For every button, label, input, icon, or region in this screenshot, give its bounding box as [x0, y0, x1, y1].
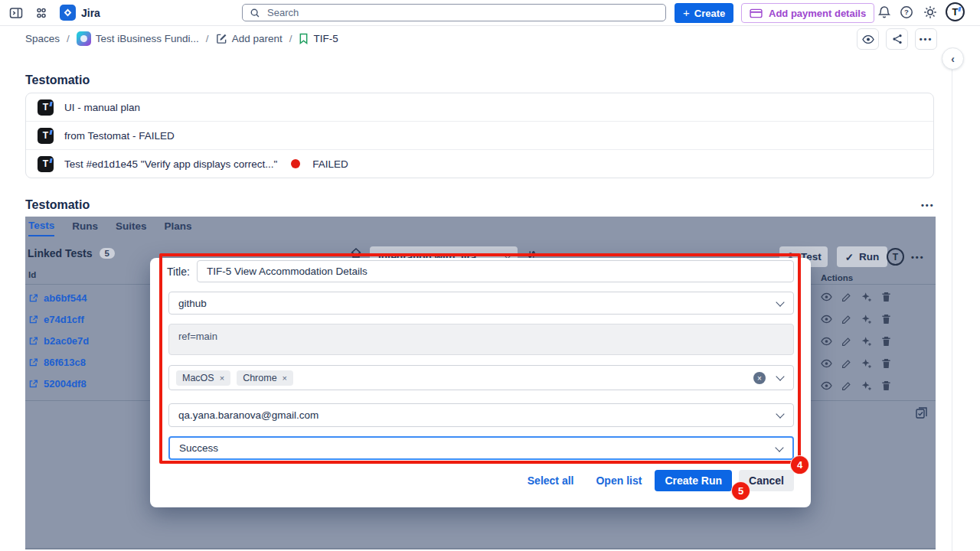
testomatio-links-card: T UI - manual plan T from Testomat - FAI…: [25, 93, 934, 178]
widget-more-button[interactable]: •••: [921, 201, 935, 210]
report-checklist-icon[interactable]: [915, 406, 928, 419]
chevron-down-icon: [776, 298, 784, 306]
jira-logo-icon: [60, 5, 76, 21]
assignee-select[interactable]: qa.yana.baranova@gmail.com: [168, 403, 794, 427]
tab-suites[interactable]: Suites: [116, 220, 147, 236]
app-name: Jira: [81, 7, 100, 19]
edit-pencil-icon[interactable]: [841, 336, 852, 347]
ai-sparkles-icon[interactable]: [861, 358, 872, 369]
delete-trash-icon[interactable]: [880, 358, 892, 369]
breadcrumb-separator: /: [206, 33, 209, 44]
add-payment-details-button[interactable]: Add payment details: [741, 3, 874, 23]
testomatio-icon: T: [38, 99, 54, 116]
chevron-down-icon: [775, 443, 783, 452]
edit-pencil-icon[interactable]: [841, 358, 852, 369]
toolbar-more-button[interactable]: •••: [911, 253, 925, 262]
breadcrumb-row: Spaces / Test iBusiness Fundi... / Add p…: [0, 25, 980, 51]
settings-gear-icon[interactable]: [923, 5, 937, 19]
edit-pencil-icon[interactable]: [841, 292, 852, 302]
tags-multiselect[interactable]: MacOS × Chrome × ×: [168, 365, 794, 390]
global-search[interactable]: [242, 4, 666, 21]
status-select[interactable]: Success: [168, 436, 794, 460]
ai-sparkles-icon[interactable]: [861, 336, 872, 347]
search-input[interactable]: [266, 6, 658, 19]
view-eye-icon[interactable]: [821, 380, 832, 391]
app-switcher-icon[interactable]: [35, 7, 47, 19]
row-actions: [821, 358, 892, 369]
tab-plans[interactable]: Plans: [165, 220, 192, 236]
user-avatar[interactable]: T: [946, 2, 965, 21]
edit-pencil-icon[interactable]: [841, 314, 852, 324]
testomatio-logo-button[interactable]: T: [887, 248, 904, 266]
test-id-link[interactable]: 52004df8: [28, 378, 87, 390]
chevron-left-icon: ‹: [951, 53, 955, 65]
plus-icon: +: [683, 6, 690, 19]
modal-footer: Select all Open list Create Run Cancel: [150, 469, 794, 492]
view-eye-icon[interactable]: [821, 292, 832, 302]
breadcrumb-spaces[interactable]: Spaces: [25, 33, 60, 44]
annotation-step-5: 5: [731, 481, 750, 500]
test-link-item[interactable]: T from Testomat - FAILED: [26, 121, 933, 149]
watch-eye-button[interactable]: [857, 28, 879, 50]
test-id-link[interactable]: e74d1cff: [28, 314, 84, 325]
breadcrumb-current-page[interactable]: TIF-5: [299, 33, 338, 44]
tag-chip[interactable]: Chrome ×: [237, 370, 293, 386]
runner-select[interactable]: github: [168, 292, 794, 315]
tag-chip[interactable]: MacOS ×: [176, 370, 230, 386]
delete-trash-icon[interactable]: [880, 314, 892, 324]
widget-tabs: Tests Runs Suites Plans: [28, 217, 192, 240]
notifications-bell-icon[interactable]: [877, 5, 891, 19]
view-eye-icon[interactable]: [821, 314, 832, 324]
tab-runs[interactable]: Runs: [72, 220, 98, 236]
test-link-item[interactable]: T UI - manual plan: [26, 93, 933, 121]
clear-all-tags-icon[interactable]: ×: [753, 372, 766, 384]
row-actions: [821, 314, 892, 324]
bookmark-icon: [299, 33, 309, 44]
share-button[interactable]: [886, 28, 908, 50]
row-actions: [821, 292, 892, 302]
home-icon[interactable]: [350, 247, 362, 259]
env-textarea[interactable]: ref=main: [168, 324, 794, 355]
delete-trash-icon[interactable]: [880, 336, 892, 347]
ai-sparkles-icon[interactable]: [861, 380, 872, 391]
test-id-link[interactable]: 86f613c8: [28, 357, 86, 368]
jira-logo[interactable]: Jira: [60, 5, 100, 21]
run-title-input[interactable]: [197, 260, 794, 282]
remove-tag-icon[interactable]: ×: [283, 373, 287, 383]
create-button[interactable]: + Create: [675, 3, 733, 23]
view-eye-icon[interactable]: [821, 336, 832, 347]
more-actions-button[interactable]: •••: [915, 28, 937, 50]
actions-column-header: Actions: [821, 273, 853, 282]
top-navigation-bar: Jira + Create Add payment details ? T: [0, 0, 980, 26]
breadcrumb-project[interactable]: Test iBusiness Fundi...: [77, 31, 199, 46]
test-link-label: UI - manual plan: [64, 102, 140, 113]
chevron-down-icon: [776, 409, 784, 418]
create-run-button[interactable]: Create Run: [655, 470, 732, 491]
right-panel-divider: [952, 51, 952, 551]
annotation-step-4: 4: [790, 455, 809, 474]
ai-sparkles-icon[interactable]: [861, 314, 872, 324]
delete-trash-icon[interactable]: [880, 292, 892, 302]
section-title-testomatio-2: Testomatio: [25, 198, 90, 212]
credit-card-icon: [750, 8, 763, 18]
run-button[interactable]: ✓ Run: [837, 246, 887, 267]
tab-tests[interactable]: Tests: [28, 220, 54, 236]
view-eye-icon[interactable]: [821, 358, 832, 369]
test-link-item[interactable]: T Test #ed1d1e45 "Verify app displays co…: [26, 149, 933, 178]
select-all-link[interactable]: Select all: [528, 474, 574, 487]
delete-trash-icon[interactable]: [880, 380, 892, 391]
ellipsis-icon: •••: [920, 34, 933, 44]
testomatio-avatar-letter: T: [952, 7, 959, 17]
row-actions: [821, 380, 892, 391]
test-id-link[interactable]: b2ac0e7d: [28, 335, 89, 347]
edit-pencil-icon[interactable]: [841, 380, 852, 391]
test-id-link[interactable]: ab6bf544: [28, 292, 87, 304]
help-icon[interactable]: ?: [900, 5, 913, 19]
sidebar-toggle-icon[interactable]: [9, 7, 23, 19]
breadcrumb: Spaces / Test iBusiness Fundi... / Add p…: [25, 25, 338, 51]
breadcrumb-add-parent[interactable]: Add parent: [216, 33, 283, 44]
collapse-panel-button[interactable]: ‹: [942, 47, 964, 70]
open-list-link[interactable]: Open list: [596, 474, 642, 487]
ai-sparkles-icon[interactable]: [861, 292, 872, 302]
remove-tag-icon[interactable]: ×: [220, 373, 224, 383]
